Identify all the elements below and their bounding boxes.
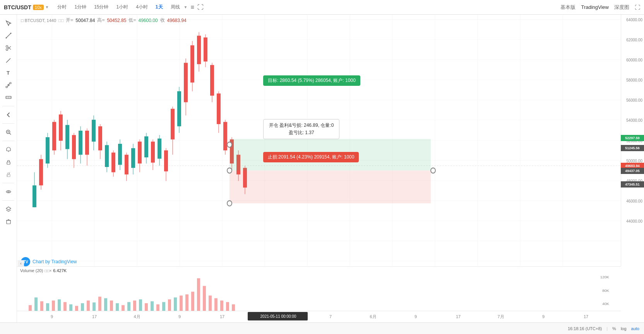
alert-tool[interactable]	[2, 144, 15, 155]
status-log[interactable]: log	[621, 326, 627, 331]
svg-text:2021-05-11 00:00:00: 2021-05-11 00:00:00	[260, 314, 296, 319]
close-value: 49683.94	[167, 18, 187, 23]
layer-tool[interactable]	[2, 204, 15, 215]
delete-tool[interactable]	[2, 216, 15, 227]
svg-rect-100	[164, 150, 168, 171]
svg-rect-88	[125, 155, 128, 174]
svg-rect-62	[39, 159, 43, 186]
svg-rect-112	[204, 37, 207, 61]
svg-rect-29	[7, 220, 10, 224]
svg-point-128	[227, 168, 232, 173]
tf-1m[interactable]: 1分钟	[73, 3, 88, 11]
svg-rect-114	[210, 65, 214, 95]
svg-point-127	[227, 142, 232, 147]
text-tool[interactable]: T	[2, 67, 15, 78]
svg-point-1	[5, 37, 7, 39]
stoploss-tooltip: 止损:2091.54 (4.23%) 209154, 账户: 1000	[263, 152, 359, 162]
svg-text:9: 9	[51, 314, 53, 319]
tf-15m[interactable]: 15分钟	[92, 3, 110, 11]
pen-tool[interactable]	[2, 55, 15, 66]
chart-type-icons: □□	[58, 18, 63, 23]
target-tooltip: 目标: 2860.54 (5.79%) 286054, 账户: 1000	[263, 75, 360, 86]
fullscreen-icon[interactable]: ⛶	[197, 4, 204, 11]
entry-label2: 盈亏比: 1.37	[269, 129, 334, 136]
low-label: 低=	[128, 17, 136, 24]
scissors-tool[interactable]	[2, 43, 15, 53]
tradingview-btn[interactable]: TradingView	[581, 4, 609, 10]
time-axis: 9 17 4月 9 17 2021-05-11 00:00:00 7 6月 9 …	[17, 311, 621, 322]
tf-分时[interactable]: 分时	[56, 3, 68, 11]
svg-text:9: 9	[178, 314, 181, 319]
open-value: 50047.84	[75, 18, 95, 23]
measure-tool[interactable]	[2, 92, 15, 103]
svg-marker-26	[6, 207, 11, 210]
svg-rect-74	[79, 131, 82, 155]
back-tool[interactable]	[2, 109, 15, 120]
chart-area[interactable]	[17, 15, 621, 266]
line-tool[interactable]	[2, 30, 15, 41]
svg-rect-66	[52, 122, 56, 150]
tf-week[interactable]: 周线	[169, 3, 182, 11]
status-pct[interactable]: %	[612, 326, 616, 331]
expand-icon[interactable]: ⛶	[635, 4, 640, 10]
badge-47345: 47345.51	[621, 181, 644, 187]
svg-rect-84	[111, 153, 115, 172]
svg-rect-106	[184, 63, 188, 102]
leverage-arrow: ▼	[45, 5, 49, 9]
svg-point-129	[227, 201, 232, 206]
status-sep: |	[606, 326, 608, 331]
svg-rect-78	[92, 120, 96, 142]
svg-rect-86	[118, 144, 122, 165]
svg-rect-104	[177, 91, 181, 126]
high-label: 高=	[97, 17, 104, 24]
indicator-icon[interactable]: ≡	[190, 4, 194, 11]
price-44000: 44000.00	[626, 219, 642, 223]
cursor-tool[interactable]	[2, 18, 15, 29]
price-64000: 64000.00	[626, 18, 642, 22]
svg-rect-68	[59, 114, 63, 141]
svg-rect-64	[46, 137, 50, 164]
svg-rect-60	[33, 186, 36, 208]
basic-version-btn[interactable]: 基本版	[560, 4, 575, 11]
leverage-badge[interactable]: 10x	[33, 5, 44, 10]
node-tool[interactable]	[2, 80, 15, 90]
price-axis: 64000.00 62000.00 60000.00 58000.00 5600…	[621, 15, 644, 266]
status-auto[interactable]: auto	[631, 326, 639, 331]
price-58000: 58000.00	[626, 78, 642, 82]
svg-text:80K: 80K	[602, 288, 609, 293]
zoom-tool[interactable]	[2, 127, 15, 138]
open-label: 开=	[66, 17, 73, 24]
depth-btn[interactable]: 深度图	[614, 4, 629, 11]
status-time: 16:18:16 (UTC+8)	[568, 326, 602, 331]
tf-more-arrow[interactable]: ▼	[184, 5, 188, 9]
badge-51245: 51245.56	[621, 145, 644, 151]
lock2-tool[interactable]	[2, 169, 15, 180]
svg-text:17: 17	[584, 314, 588, 319]
tv-watermark: TV Chart by TradingView	[21, 257, 77, 266]
tf-1h[interactable]: 1小时	[115, 3, 130, 11]
high-value: 50452.85	[107, 18, 126, 23]
badge-49437: 49437.05	[621, 168, 644, 174]
svg-rect-110	[197, 36, 201, 64]
chart-symbol: □ BTCUSDT, 1440	[21, 18, 56, 23]
panel-collapse-btn[interactable]: ‹	[18, 260, 24, 266]
volume-label: Volume (20) □□× 6.427K	[20, 268, 67, 273]
eye-tool[interactable]	[2, 186, 15, 197]
entry-label1: 开仓 盈利&亏损: 246.89, 仓量:0	[269, 122, 334, 129]
svg-rect-118	[223, 122, 227, 150]
lock-tool[interactable]	[2, 157, 15, 167]
svg-text:T: T	[7, 70, 10, 76]
svg-rect-108	[190, 45, 194, 82]
svg-line-5	[8, 46, 11, 49]
tf-1d[interactable]: 1天	[154, 3, 164, 11]
tf-4h[interactable]: 4小时	[134, 3, 149, 11]
badge-52297: 52297.59	[621, 135, 644, 141]
svg-line-6	[8, 47, 11, 50]
svg-rect-94	[144, 136, 148, 157]
svg-text:7: 7	[329, 314, 332, 319]
svg-rect-96	[151, 141, 155, 162]
svg-text:17: 17	[220, 314, 224, 319]
svg-text:17: 17	[456, 314, 461, 319]
svg-rect-72	[72, 135, 76, 159]
volume-title: Volume (20)	[20, 268, 43, 273]
